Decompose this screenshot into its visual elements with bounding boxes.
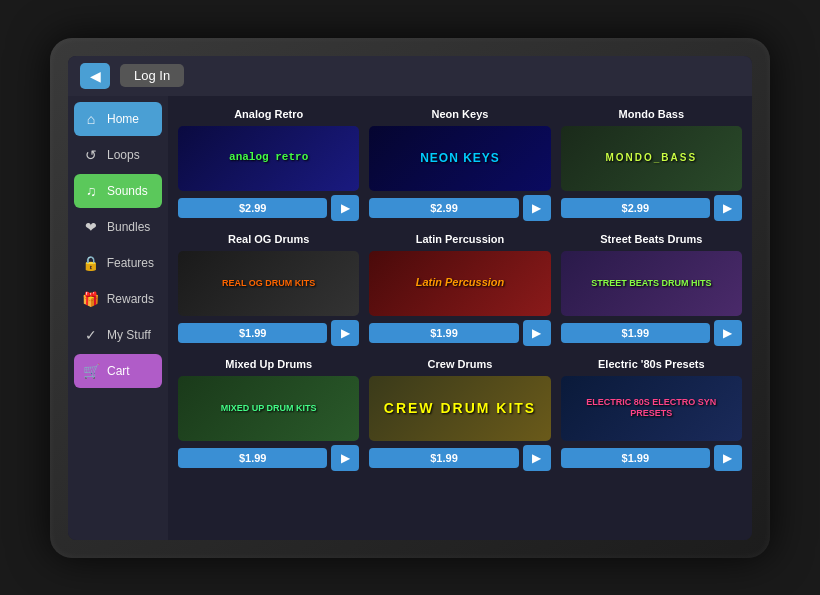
product-thumb-latin-percussion[interactable]: Latin Percussion [369,251,550,316]
product-thumb-neon-keys[interactable]: NEON KEYS [369,126,550,191]
product-name-mondo-bass: Mondo Bass [561,106,742,122]
product-name-electric-80s: Electric '80s Presets [561,356,742,372]
product-play-neon-keys[interactable]: ▶ [523,195,551,221]
features-icon: 🔒 [82,255,100,271]
product-price-latin-percussion[interactable]: $1.99 [369,323,518,343]
product-price-mondo-bass[interactable]: $2.99 [561,198,710,218]
product-row-1: Real OG DrumsREAL OG DRUM KITS$1.99▶Lati… [178,231,742,346]
product-footer-mixed-up-drums: $1.99▶ [178,445,359,471]
product-thumb-text-real-og-drums: REAL OG DRUM KITS [218,274,319,293]
main-content: ⌂ Home ↺ Loops ♫ Sounds ❤ Bundles 🔒 F [68,96,752,540]
product-thumb-text-analog-retro: analog retro [225,147,312,168]
sidebar-label-features: Features [107,256,154,270]
sidebar-item-loops[interactable]: ↺ Loops [74,138,162,172]
sidebar-item-cart[interactable]: 🛒 Cart [74,354,162,388]
sidebar-label-loops: Loops [107,148,140,162]
product-card-street-beats: Street Beats Drumsstreet beats drum hits… [561,231,742,346]
tablet-screen: ◀ Log In ⌂ Home ↺ Loops ♫ Sounds [68,56,752,540]
sidebar-label-cart: Cart [107,364,130,378]
home-icon: ⌂ [82,111,100,127]
product-thumb-text-neon-keys: NEON KEYS [416,147,504,169]
product-name-neon-keys: Neon Keys [369,106,550,122]
cart-icon: 🛒 [82,363,100,379]
product-price-neon-keys[interactable]: $2.99 [369,198,518,218]
product-thumb-text-electric-80s: ELECTRIC 80s ELECTRO SYN PRESETS [561,393,742,423]
product-price-crew-drums[interactable]: $1.99 [369,448,518,468]
sidebar-label-home: Home [107,112,139,126]
product-row-0: Analog Retroanalog retro$2.99▶Neon KeysN… [178,106,742,221]
product-name-crew-drums: Crew Drums [369,356,550,372]
product-thumb-electric-80s[interactable]: ELECTRIC 80s ELECTRO SYN PRESETS [561,376,742,441]
product-card-electric-80s: Electric '80s PresetsELECTRIC 80s ELECTR… [561,356,742,471]
login-button[interactable]: Log In [120,64,184,87]
product-play-real-og-drums[interactable]: ▶ [331,320,359,346]
product-thumb-text-mixed-up-drums: Mixed Up Drum Kits [217,399,321,418]
sidebar-item-rewards[interactable]: 🎁 Rewards [74,282,162,316]
product-play-street-beats[interactable]: ▶ [714,320,742,346]
product-footer-mondo-bass: $2.99▶ [561,195,742,221]
sidebar: ⌂ Home ↺ Loops ♫ Sounds ❤ Bundles 🔒 F [68,96,168,540]
product-footer-analog-retro: $2.99▶ [178,195,359,221]
product-price-real-og-drums[interactable]: $1.99 [178,323,327,343]
product-price-electric-80s[interactable]: $1.99 [561,448,710,468]
product-card-real-og-drums: Real OG DrumsREAL OG DRUM KITS$1.99▶ [178,231,359,346]
product-price-analog-retro[interactable]: $2.99 [178,198,327,218]
product-thumb-real-og-drums[interactable]: REAL OG DRUM KITS [178,251,359,316]
mystuff-icon: ✓ [82,327,100,343]
product-row-2: Mixed Up DrumsMixed Up Drum Kits$1.99▶Cr… [178,356,742,471]
bundles-icon: ❤ [82,219,100,235]
product-footer-street-beats: $1.99▶ [561,320,742,346]
sidebar-label-mystuff: My Stuff [107,328,151,342]
product-name-street-beats: Street Beats Drums [561,231,742,247]
sidebar-item-sounds[interactable]: ♫ Sounds [74,174,162,208]
product-card-latin-percussion: Latin PercussionLatin Percussion$1.99▶ [369,231,550,346]
product-thumb-mondo-bass[interactable]: MONDO_BASS [561,126,742,191]
sidebar-item-home[interactable]: ⌂ Home [74,102,162,136]
product-play-mixed-up-drums[interactable]: ▶ [331,445,359,471]
product-footer-neon-keys: $2.99▶ [369,195,550,221]
product-play-electric-80s[interactable]: ▶ [714,445,742,471]
product-play-latin-percussion[interactable]: ▶ [523,320,551,346]
product-thumb-crew-drums[interactable]: CREW DRUM KITS [369,376,550,441]
product-name-real-og-drums: Real OG Drums [178,231,359,247]
product-footer-real-og-drums: $1.99▶ [178,320,359,346]
product-thumb-mixed-up-drums[interactable]: Mixed Up Drum Kits [178,376,359,441]
sidebar-item-mystuff[interactable]: ✓ My Stuff [74,318,162,352]
rewards-icon: 🎁 [82,291,100,307]
product-card-neon-keys: Neon KeysNEON KEYS$2.99▶ [369,106,550,221]
product-card-mondo-bass: Mondo BassMONDO_BASS$2.99▶ [561,106,742,221]
product-footer-electric-80s: $1.99▶ [561,445,742,471]
loops-icon: ↺ [82,147,100,163]
sidebar-label-rewards: Rewards [107,292,154,306]
product-thumb-text-street-beats: street beats drum hits [587,274,715,293]
product-thumb-text-crew-drums: CREW DRUM KITS [380,396,540,421]
product-footer-crew-drums: $1.99▶ [369,445,550,471]
product-play-crew-drums[interactable]: ▶ [523,445,551,471]
product-card-analog-retro: Analog Retroanalog retro$2.99▶ [178,106,359,221]
product-name-mixed-up-drums: Mixed Up Drums [178,356,359,372]
product-play-mondo-bass[interactable]: ▶ [714,195,742,221]
product-card-crew-drums: Crew DrumsCREW DRUM KITS$1.99▶ [369,356,550,471]
product-play-analog-retro[interactable]: ▶ [331,195,359,221]
product-name-latin-percussion: Latin Percussion [369,231,550,247]
product-grid: Analog Retroanalog retro$2.99▶Neon KeysN… [168,96,752,540]
sidebar-label-sounds: Sounds [107,184,148,198]
product-price-street-beats[interactable]: $1.99 [561,323,710,343]
product-thumb-text-latin-percussion: Latin Percussion [412,272,509,293]
product-card-mixed-up-drums: Mixed Up DrumsMixed Up Drum Kits$1.99▶ [178,356,359,471]
product-thumb-street-beats[interactable]: street beats drum hits [561,251,742,316]
tablet-device: ◀ Log In ⌂ Home ↺ Loops ♫ Sounds [50,38,770,558]
product-thumb-analog-retro[interactable]: analog retro [178,126,359,191]
back-button[interactable]: ◀ [80,63,110,89]
sidebar-item-features[interactable]: 🔒 Features [74,246,162,280]
product-price-mixed-up-drums[interactable]: $1.99 [178,448,327,468]
product-name-analog-retro: Analog Retro [178,106,359,122]
product-footer-latin-percussion: $1.99▶ [369,320,550,346]
product-thumb-text-mondo-bass: MONDO_BASS [601,148,701,168]
sidebar-label-bundles: Bundles [107,220,150,234]
sidebar-item-bundles[interactable]: ❤ Bundles [74,210,162,244]
sounds-icon: ♫ [82,183,100,199]
top-bar: ◀ Log In [68,56,752,96]
